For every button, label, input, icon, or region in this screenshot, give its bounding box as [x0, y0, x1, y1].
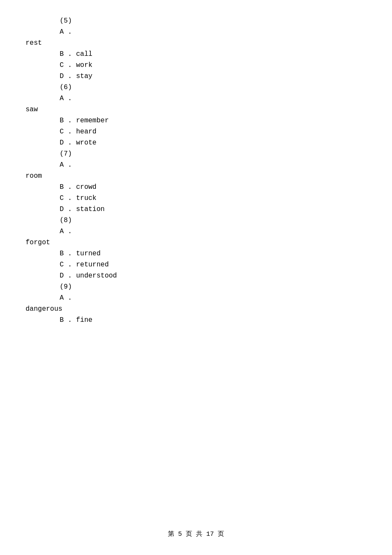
q5-number: (5) — [60, 17, 366, 25]
question-6: (6) A . saw B . remember C . heard D . w… — [26, 84, 366, 147]
q8-option-a-answer: forgot — [26, 239, 366, 246]
page-content: (5) A . rest B . call C . work D . stay … — [26, 17, 366, 324]
question-7: (7) A . room B . crowd C . truck D . sta… — [26, 150, 366, 213]
question-5: (5) A . rest B . call C . work D . stay — [26, 17, 366, 80]
q6-option-c: C . heard — [60, 128, 366, 136]
question-9: (9) A . dangerous B . fine — [26, 283, 366, 324]
q9-option-b: B . fine — [60, 316, 366, 324]
q9-option-a: A . — [60, 294, 366, 302]
q6-option-a-answer: saw — [26, 106, 366, 113]
q7-option-d: D . station — [60, 205, 366, 213]
q6-option-b: B . remember — [60, 117, 366, 124]
q5-option-c: C . work — [60, 61, 366, 69]
q5-option-d: D . stay — [60, 72, 366, 80]
q8-number: (8) — [60, 217, 366, 224]
q9-number: (9) — [60, 283, 366, 291]
q7-option-a-answer: room — [26, 172, 366, 180]
question-8: (8) A . forgot B . turned C . returned D… — [26, 217, 366, 280]
q8-option-a: A . — [60, 228, 366, 235]
q5-option-a-answer: rest — [26, 39, 366, 47]
q9-option-a-answer: dangerous — [26, 305, 366, 313]
q8-option-b: B . turned — [60, 250, 366, 257]
q8-option-d: D . understood — [60, 272, 366, 280]
q5-option-a: A . — [60, 28, 366, 36]
q6-option-d: D . wrote — [60, 139, 366, 147]
q7-option-a: A . — [60, 161, 366, 169]
q7-number: (7) — [60, 150, 366, 158]
q5-option-b: B . call — [60, 50, 366, 58]
q8-option-c: C . returned — [60, 261, 366, 269]
q7-option-c: C . truck — [60, 194, 366, 202]
page-footer: 第 5 页 共 17 页 — [0, 530, 392, 538]
q7-option-b: B . crowd — [60, 183, 366, 191]
q6-number: (6) — [60, 84, 366, 91]
q6-option-a: A . — [60, 95, 366, 102]
